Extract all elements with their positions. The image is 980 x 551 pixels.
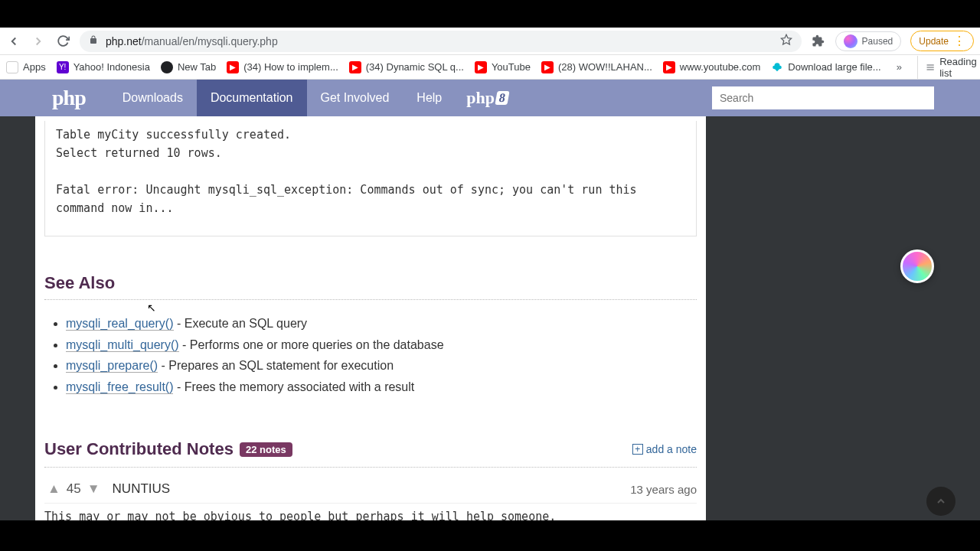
- note-body: This may or may not be obvious to people…: [44, 503, 697, 520]
- search-input[interactable]: [712, 86, 934, 109]
- menu-icon[interactable]: ⋮: [953, 34, 965, 48]
- notes-count-badge: 22 notes: [240, 442, 292, 457]
- globe-icon: [161, 61, 173, 73]
- bookmark-download[interactable]: Download large file...: [771, 61, 880, 73]
- youtube-icon: ▶: [541, 61, 554, 73]
- profile-status: Paused: [862, 36, 893, 47]
- download-icon: [771, 61, 783, 73]
- example-output: Table myCity successfully created. Selec…: [44, 121, 697, 236]
- youtube-icon: ▶: [349, 61, 361, 73]
- see-also-heading: See Also: [44, 273, 697, 300]
- upvote-button[interactable]: ▲: [44, 481, 64, 497]
- php8-logo[interactable]: php8: [466, 88, 508, 108]
- profile-chip[interactable]: Paused: [835, 31, 902, 51]
- bookmark-yt5[interactable]: ▶ www.youtube.com: [663, 61, 761, 73]
- note-age: 13 years ago: [630, 483, 697, 496]
- main-content: Table myCity successfully created. Selec…: [35, 116, 706, 520]
- notes-heading: User Contributed Notes: [44, 439, 234, 459]
- forward-button[interactable]: [31, 34, 46, 49]
- reading-list-icon: [926, 61, 935, 73]
- note-meta-row: ▲ 45 ▼ NUNTIUS 13 years ago: [44, 481, 697, 497]
- right-sidebar: [706, 116, 980, 520]
- downvote-button[interactable]: ▼: [84, 481, 103, 497]
- update-button[interactable]: Update ⋮: [910, 31, 974, 51]
- bookmarks-overflow[interactable]: »: [892, 61, 906, 73]
- nav-help[interactable]: Help: [403, 80, 456, 116]
- output-text: Table myCity successfully created. Selec…: [45, 126, 696, 217]
- extensions-icon[interactable]: [811, 34, 826, 49]
- list-item: mysqli_prepare() - Prepares an SQL state…: [66, 356, 697, 376]
- nav-get-involved[interactable]: Get Involved: [307, 80, 403, 116]
- assistant-bubble[interactable]: [900, 249, 934, 283]
- youtube-icon: ▶: [663, 61, 675, 73]
- bookmark-yt3[interactable]: ▶ YouTube: [475, 61, 531, 73]
- chevron-up-icon: [935, 495, 947, 507]
- yahoo-icon: Y!: [57, 61, 69, 73]
- bookmark-newtab[interactable]: New Tab: [161, 61, 216, 73]
- back-button[interactable]: [6, 34, 21, 49]
- browser-toolbar: php.net/manual/en/mysqli.query.php Pause…: [0, 28, 980, 55]
- scroll-top-button[interactable]: [926, 487, 956, 516]
- lock-icon: [89, 35, 98, 47]
- svg-marker-0: [781, 34, 791, 44]
- reading-list-button[interactable]: Reading list: [917, 56, 979, 79]
- bookmark-yahoo[interactable]: Y! Yahoo! Indonesia: [57, 61, 150, 73]
- link-mysqli-real-query[interactable]: mysqli_real_query(): [66, 317, 174, 331]
- bookmark-yt4[interactable]: ▶ (28) WOW!!LAHAN...: [541, 61, 652, 73]
- reload-button[interactable]: [55, 34, 70, 49]
- php-nav-items: Downloads Documentation Get Involved Hel…: [109, 80, 456, 116]
- link-mysqli-prepare[interactable]: mysqli_prepare(): [66, 359, 158, 373]
- bookmark-apps[interactable]: Apps: [6, 61, 46, 73]
- vote-count: 45: [67, 481, 81, 497]
- list-item: mysqli_free_result() - Frees the memory …: [66, 377, 697, 397]
- page-viewport: php Downloads Documentation Get Involved…: [0, 80, 980, 520]
- address-bar[interactable]: php.net/manual/en/mysqli.query.php: [80, 31, 802, 52]
- bookmarks-bar: Apps Y! Yahoo! Indonesia New Tab ▶ (34) …: [0, 55, 980, 80]
- cursor-icon: ↖: [147, 302, 156, 314]
- url-text: php.net/manual/en/mysqli.query.php: [106, 35, 278, 47]
- list-item: mysqli_multi_query() - Performs one or m…: [66, 335, 697, 355]
- nav-downloads[interactable]: Downloads: [109, 80, 197, 116]
- list-item: mysqli_real_query() - Execute an SQL que…: [66, 314, 697, 334]
- add-note-link[interactable]: + add a note: [632, 443, 697, 455]
- avatar-icon: [844, 34, 858, 48]
- plus-icon: +: [632, 444, 643, 455]
- apps-icon: [6, 61, 18, 73]
- bookmark-yt2[interactable]: ▶ (34) Dynamic SQL q...: [349, 61, 464, 73]
- bookmark-yt1[interactable]: ▶ (34) How to implem...: [227, 61, 338, 73]
- link-mysqli-free-result[interactable]: mysqli_free_result(): [66, 380, 173, 394]
- youtube-icon: ▶: [227, 61, 239, 73]
- notes-header: User Contributed Notes 22 notes + add a …: [44, 439, 697, 468]
- youtube-icon: ▶: [475, 61, 487, 73]
- php-logo[interactable]: php: [52, 86, 86, 110]
- link-mysqli-multi-query[interactable]: mysqli_multi_query(): [66, 338, 179, 352]
- bookmark-star-icon[interactable]: [780, 34, 792, 48]
- see-also-list: mysqli_real_query() - Execute an SQL que…: [66, 314, 697, 396]
- php-navbar: php Downloads Documentation Get Involved…: [0, 80, 980, 116]
- nav-documentation[interactable]: Documentation: [197, 80, 307, 116]
- note-author: NUNTIUS: [113, 481, 171, 497]
